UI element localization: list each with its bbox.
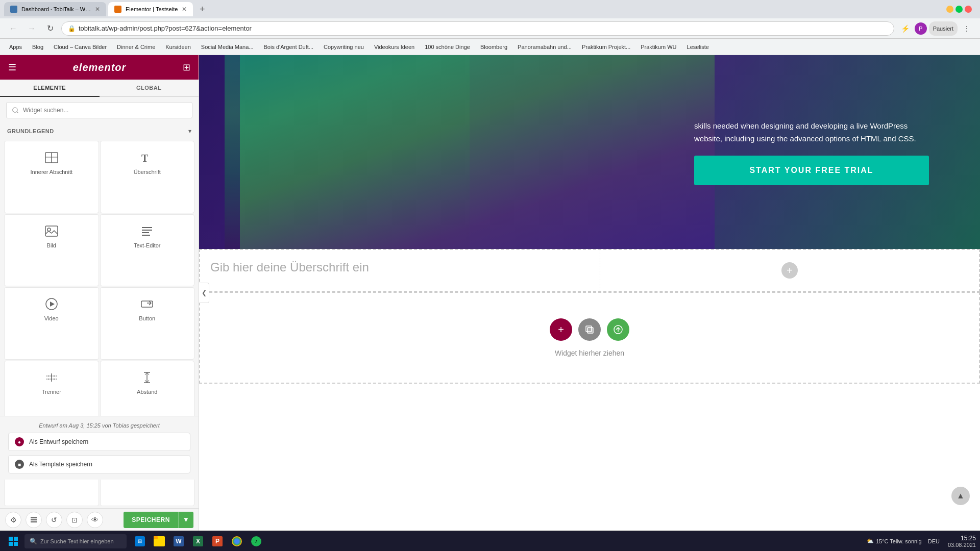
svg-rect-36 — [9, 542, 13, 546]
preview-button[interactable]: 👁 — [87, 512, 103, 528]
widget-section-header[interactable]: GRUNDLEGEND ▾ — [0, 123, 199, 139]
tab1-close[interactable]: ✕ — [95, 6, 100, 13]
bookmark-praktikum1[interactable]: Praktikum Projekt... — [579, 43, 633, 51]
new-tab-button[interactable]: + — [195, 2, 209, 16]
taskbar-app-spotify[interactable]: ♪ — [247, 532, 265, 550]
taskbar-weather-display: ⛅ 15°C Teilw. sonnig — [867, 538, 922, 544]
weather-text: 15°C Teilw. sonnig — [876, 538, 922, 544]
widget-text-editor-label: Text-Editor — [134, 242, 161, 248]
elementor-hamburger-icon[interactable]: ☰ — [8, 62, 16, 73]
close-button[interactable] — [965, 6, 972, 13]
bookmark-bloomberg[interactable]: Bloomberg — [477, 43, 510, 51]
weather-icon: ⛅ — [867, 538, 874, 544]
save-as-draft-option[interactable]: ● Als Entwurf speichern — [8, 433, 190, 451]
bookmark-blog[interactable]: Blog — [29, 43, 46, 51]
svg-rect-28 — [31, 519, 37, 520]
minimize-button[interactable] — [946, 6, 953, 13]
bookmark-leseliste[interactable]: Leseliste — [684, 43, 712, 51]
bookmark-apps[interactable]: Apps — [6, 43, 25, 51]
widget-text-editor[interactable]: Text-Editor — [100, 214, 195, 287]
video-icon — [43, 296, 60, 312]
responsive-button[interactable]: ⊡ — [66, 512, 83, 528]
browser-titlebar: Dashboard · TobiTalk – WordPr... ✕ Eleme… — [0, 0, 980, 18]
bookmark-100[interactable]: 100 schöne Dinge — [422, 43, 473, 51]
widget-innerer-abschnitt[interactable]: Innerer Abschnitt — [4, 141, 99, 213]
widget-bild[interactable]: Bild — [4, 214, 99, 287]
taskbar-time-display: 15:25 — [948, 535, 976, 542]
tab-elemente[interactable]: ELEMENTE — [0, 80, 100, 97]
widget-drag-button[interactable] — [607, 318, 629, 341]
taskbar-app-chrome[interactable] — [228, 532, 246, 550]
svg-rect-31 — [587, 328, 593, 333]
save-dropdown-button[interactable]: ▼ — [178, 512, 193, 528]
taskbar-app-word[interactable]: W — [169, 532, 188, 550]
bookmark-dinner[interactable]: Dinner & Crime — [114, 43, 158, 51]
widget-video-label: Video — [44, 315, 59, 321]
taskbar-clock: 15:25 03.08.2021 — [948, 535, 976, 548]
extensions-button[interactable]: ⚡ — [898, 21, 913, 36]
save-draft-icon: ● — [15, 437, 24, 446]
sidebar-toggle-button[interactable]: ❮ — [199, 283, 209, 303]
widget-ueberschrift[interactable]: T Überschrift — [100, 141, 195, 213]
forward-button[interactable]: → — [24, 21, 39, 36]
svg-marker-11 — [50, 302, 55, 307]
taskbar-app-taskview[interactable]: ⊞ — [131, 532, 149, 550]
image-icon — [43, 223, 60, 239]
history-button[interactable]: ↺ — [46, 512, 62, 528]
pause-button[interactable]: Pausiert — [929, 21, 958, 36]
tab2-close[interactable]: ✕ — [182, 6, 187, 13]
widget-bild-label: Bild — [47, 242, 56, 248]
browser-chrome: Dashboard · TobiTalk – WordPr... ✕ Eleme… — [0, 0, 980, 55]
save-main-button[interactable]: SPEICHERN — [124, 512, 178, 528]
duplicate-element-button[interactable] — [578, 318, 601, 341]
address-bar[interactable]: 🔒 tobitalk.at/wp-admin/post.php?post=627… — [61, 21, 894, 36]
bookmark-panorama[interactable]: Panoramabahn und... — [514, 43, 575, 51]
bookmark-bois[interactable]: Bois d'Argent Duft... — [261, 43, 316, 51]
restore-button[interactable] — [955, 6, 963, 13]
taskbar-app-explorer[interactable] — [150, 532, 168, 550]
add-element-button[interactable]: + — [550, 318, 572, 341]
elementor-logo: elementor — [73, 62, 127, 73]
widget-video[interactable]: Video — [4, 287, 99, 360]
browser-tab-2[interactable]: Elementor | Testseite ✕ — [108, 2, 193, 16]
heading-column-right[interactable]: + — [600, 250, 979, 291]
scroll-top-button[interactable]: ▲ — [951, 487, 970, 505]
add-column-button[interactable]: + — [781, 262, 798, 279]
back-button[interactable]: ← — [6, 21, 20, 36]
elementor-sidebar: ☰ elementor ⊞ ELEMENTE GLOBAL GRUNDLEGEN… — [0, 55, 199, 531]
taskbar-right: ⛅ 15°C Teilw. sonnig DEU 15:25 03.08.202… — [863, 535, 976, 548]
elementor-grid-icon[interactable]: ⊞ — [183, 62, 190, 73]
svg-rect-34 — [9, 537, 13, 541]
bookmark-social[interactable]: Social Media Mana... — [198, 43, 257, 51]
browser-tab-1[interactable]: Dashboard · TobiTalk – WordPr... ✕ — [4, 2, 106, 16]
save-as-template-option[interactable]: ■ Als Template speichern — [8, 455, 190, 473]
taskbar-app-excel[interactable]: X — [189, 532, 207, 550]
taskbar-app-powerpoint[interactable]: P — [208, 532, 227, 550]
tab-global[interactable]: GLOBAL — [100, 80, 199, 96]
address-text: tobitalk.at/wp-admin/post.php?post=627&a… — [79, 24, 252, 32]
inner-section-icon — [43, 149, 60, 166]
hero-cta-button[interactable]: START YOUR FREE TRIAL — [694, 156, 929, 185]
taskbar-search[interactable]: 🔍 Zur Suche Text hier eingeben — [24, 534, 127, 548]
text-editor-icon — [139, 223, 155, 239]
menu-button[interactable]: ⋮ — [960, 21, 974, 36]
save-template-icon: ■ — [15, 460, 24, 469]
bookmark-cloud[interactable]: Cloud – Canva Bilder — [51, 43, 110, 51]
layers-button[interactable] — [26, 512, 42, 528]
settings-button[interactable]: ⚙ — [5, 512, 21, 528]
bookmark-copywriting[interactable]: Copywriting neu — [321, 43, 367, 51]
widget-search-input[interactable] — [6, 102, 192, 118]
save-popup: Entwurf am Aug 3, 15:25 von Tobias gespe… — [0, 416, 199, 480]
save-button-group: SPEICHERN ▼ — [124, 512, 193, 528]
lock-icon: 🔒 — [68, 25, 76, 32]
reload-button[interactable]: ↻ — [43, 21, 57, 36]
tab1-title: Dashboard · TobiTalk – WordPr... — [21, 6, 91, 12]
bookmark-kursideen[interactable]: Kursideen — [162, 43, 194, 51]
bookmark-videokurs[interactable]: Videokurs Ideen — [371, 43, 418, 51]
bookmark-praktikum2[interactable]: Praktikum WU — [638, 43, 679, 51]
start-button[interactable] — [4, 534, 22, 548]
section-collapse-icon: ▾ — [188, 128, 191, 135]
widget-button[interactable]: Button — [100, 287, 195, 360]
profile-button[interactable]: P — [915, 22, 927, 35]
windows-taskbar: 🔍 Zur Suche Text hier eingeben ⊞ W X P ♪ — [0, 531, 980, 551]
